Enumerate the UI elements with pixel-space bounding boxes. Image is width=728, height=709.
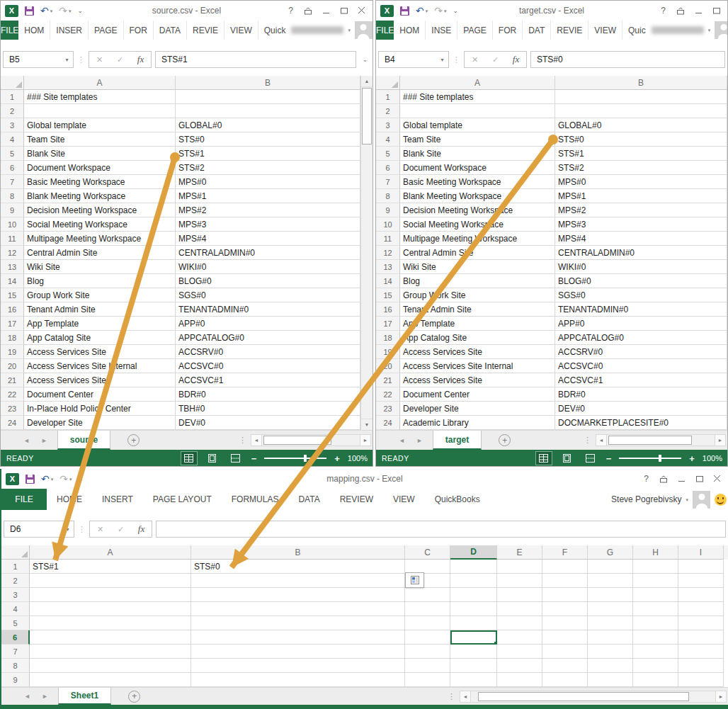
row-header-16[interactable]: 16 [376, 302, 400, 317]
ribbon-tab-file[interactable]: FILE [376, 21, 394, 40]
cell-C7[interactable] [405, 645, 450, 659]
row-header-8[interactable]: 8 [1, 659, 30, 673]
user-dropdown-icon[interactable]: ▾ [708, 28, 711, 33]
cell-A4[interactable]: Team Site [24, 132, 176, 147]
cell-G7[interactable] [588, 645, 633, 659]
row-header-11[interactable]: 11 [376, 232, 400, 246]
ribbon-tab-view[interactable]: VIEW [588, 21, 622, 40]
add-sheet-icon[interactable]: + [127, 434, 140, 446]
formula-bar-input[interactable]: STS#1 [155, 51, 356, 68]
column-header-G[interactable]: G [588, 545, 633, 560]
undo-button[interactable]: ↶▾ [40, 6, 52, 16]
row-header-18[interactable]: 18 [1, 331, 24, 345]
row-header-1[interactable]: 1 [376, 90, 400, 104]
cell-A2[interactable] [30, 574, 191, 588]
row-header-9[interactable]: 9 [1, 203, 24, 217]
cell-B13[interactable]: WIKI#0 [555, 260, 727, 274]
cell-A20[interactable]: Access Services Site Internal [24, 359, 176, 373]
cell-B12[interactable]: CENTRALADMIN#0 [555, 246, 727, 260]
horizontal-scrollbar[interactable]: ◄ ► [251, 434, 371, 446]
row-header-18[interactable]: 18 [376, 331, 400, 345]
cell-A3[interactable] [30, 588, 191, 602]
row-header-13[interactable]: 13 [376, 260, 400, 274]
cell-B5[interactable]: STS#1 [555, 147, 727, 161]
cell-A3[interactable]: Global template [400, 118, 555, 132]
cell-A8[interactable]: Blank Meeting Workspace [24, 189, 176, 203]
cell-A12[interactable]: Central Admin Site [400, 246, 555, 260]
ribbon-tab-quic[interactable]: Quic [622, 21, 652, 40]
cell-E5[interactable] [497, 616, 542, 630]
cell-B11[interactable]: MPS#4 [176, 232, 360, 246]
cell-A6[interactable] [30, 630, 191, 645]
row-header-5[interactable]: 5 [1, 147, 24, 161]
cell-B2[interactable] [555, 104, 727, 118]
cell-C3[interactable] [405, 588, 450, 602]
cell-A24[interactable]: Developer Site [24, 416, 176, 430]
cell-B19[interactable]: ACCSRV#0 [176, 345, 360, 359]
customize-qat-icon[interactable]: ⌄ [79, 475, 84, 482]
row-header-13[interactable]: 13 [1, 260, 24, 274]
cell-A8[interactable] [30, 659, 191, 673]
cell-A15[interactable]: Group Work Site [24, 288, 176, 302]
vertical-scrollbar[interactable]: ▲ ▼ [360, 76, 372, 430]
cell-B19[interactable]: ACCSRV#0 [555, 345, 727, 359]
cell-B20[interactable]: ACCSVC#0 [176, 359, 360, 373]
row-header-23[interactable]: 23 [376, 402, 400, 416]
formula-bar-resizer[interactable]: ⋮ [78, 525, 86, 534]
row-header-17[interactable]: 17 [376, 317, 400, 331]
cell-B7[interactable]: MPS#0 [176, 175, 360, 189]
cell-G6[interactable] [588, 630, 633, 645]
row-header-8[interactable]: 8 [376, 189, 400, 203]
row-header-17[interactable]: 17 [1, 317, 24, 331]
help-icon[interactable]: ? [644, 475, 649, 483]
cell-A17[interactable]: App Template [400, 317, 555, 331]
cell-A13[interactable]: Wiki Site [400, 260, 555, 274]
row-header-22[interactable]: 22 [1, 387, 24, 402]
zoom-out-button[interactable]: − [606, 454, 612, 463]
row-header-1[interactable]: 1 [1, 560, 30, 574]
cell-A18[interactable]: App Catalog Site [400, 331, 555, 345]
customize-qat-icon[interactable]: ⌄ [78, 7, 84, 14]
cell-B8[interactable]: MPS#1 [555, 189, 727, 203]
column-header-A[interactable]: A [24, 76, 176, 90]
cell-A17[interactable]: App Template [24, 317, 176, 331]
ribbon-tab-insert[interactable]: INSERT [92, 489, 143, 510]
cell-A18[interactable]: App Catalog Site [24, 331, 176, 345]
undo-dropdown-icon[interactable]: ▾ [51, 477, 54, 482]
ribbon-tab-revie[interactable]: REVIE [550, 21, 588, 40]
cell-B1[interactable]: STS#0 [191, 560, 405, 574]
cell-B13[interactable]: WIKI#0 [176, 260, 360, 274]
cell-B15[interactable]: SGS#0 [555, 288, 727, 302]
row-header-23[interactable]: 23 [1, 402, 24, 416]
zoom-in-button[interactable]: + [689, 454, 695, 463]
help-icon[interactable]: ? [288, 6, 293, 15]
cell-B4[interactable]: STS#0 [176, 132, 360, 147]
cell-B15[interactable]: SGS#0 [176, 288, 360, 302]
sheet-nav-prev-icon[interactable]: ◄ [393, 431, 411, 450]
row-header-4[interactable]: 4 [1, 132, 24, 147]
customize-qat-icon[interactable]: ⌄ [453, 7, 459, 14]
cell-A19[interactable]: Access Services Site [400, 345, 555, 359]
cell-A22[interactable]: Document Center [400, 387, 555, 402]
select-all-corner[interactable] [1, 76, 24, 90]
ribbon-tab-review[interactable]: REVIEW [330, 489, 383, 510]
minimize-icon[interactable] [695, 7, 703, 14]
cell-A12[interactable]: Central Admin Site [24, 246, 176, 260]
cell-G9[interactable] [588, 673, 633, 687]
cell-H3[interactable] [633, 588, 678, 602]
cell-H8[interactable] [633, 659, 678, 673]
row-header-14[interactable]: 14 [1, 274, 24, 288]
row-header-2[interactable]: 2 [1, 574, 30, 588]
cell-D7[interactable] [450, 645, 497, 659]
tab-overflow-dots[interactable]: ⋮ [448, 692, 460, 701]
row-header-9[interactable]: 9 [1, 673, 30, 687]
insert-function-icon[interactable]: fx [130, 54, 151, 65]
cell-A4[interactable]: Team Site [400, 132, 555, 147]
cell-A4[interactable] [30, 602, 191, 616]
row-header-7[interactable]: 7 [1, 645, 30, 659]
formula-bar-resizer[interactable]: ⋮ [453, 55, 460, 64]
name-box-dropdown-icon[interactable]: ▾ [436, 57, 448, 63]
cell-B5[interactable]: STS#1 [176, 147, 360, 161]
row-header-3[interactable]: 3 [1, 588, 30, 602]
cell-B7[interactable] [191, 645, 405, 659]
